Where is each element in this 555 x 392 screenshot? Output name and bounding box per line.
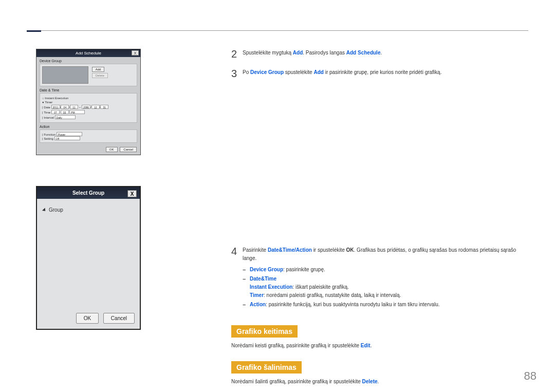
dialog-a-footer: OK Cancel: [36, 144, 140, 155]
dialog-title-bar: Add Schedule X: [36, 49, 140, 57]
action-panel: | Function Power | Setting Off: [40, 129, 137, 143]
time-row: | Time 07:33 PM: [42, 110, 135, 114]
cancel-button[interactable]: Cancel: [103, 313, 135, 324]
list-item: ‒ Device Group: pasirinkite grupę.: [243, 266, 529, 274]
list-item: ‒ Action: pasirinkite funkciją, kuri bus…: [243, 301, 529, 309]
device-group-panel: Add Delete: [40, 64, 137, 86]
dialog-title: Add Schedule: [76, 51, 101, 55]
timer-row: ● Timer: [42, 101, 135, 104]
step-4-sublist: ‒ Device Group: pasirinkite grupę. ‒ Dat…: [243, 266, 529, 309]
year-from[interactable]: 2011: [51, 105, 60, 109]
mon-to[interactable]: 12: [91, 105, 100, 109]
ok-button[interactable]: OK: [76, 313, 99, 324]
close-icon[interactable]: X: [132, 50, 139, 55]
setting-select[interactable]: Off: [54, 136, 80, 140]
header-accent: [27, 30, 41, 32]
day-to[interactable]: 31: [100, 105, 108, 109]
action-label: Action: [40, 125, 137, 128]
dialog-title-bar: Select Group: [37, 187, 140, 199]
add-button[interactable]: Add: [92, 67, 105, 72]
date-time-label: Date & Time: [40, 88, 137, 92]
screenshots-column: Add Schedule X Device Group Add Delete D…: [36, 49, 141, 330]
year-to[interactable]: 2086: [82, 105, 90, 109]
add-schedule-dialog: Add Schedule X Device Group Add Delete D…: [36, 49, 141, 155]
dialog-b-footer: OK Cancel: [73, 313, 135, 324]
instant-execution-row: ○ Instant Execution: [42, 97, 135, 100]
step-body: Spustelėkite mygtuką Add. Pasirodys lang…: [243, 49, 382, 57]
device-group-label: Device Group: [40, 59, 137, 63]
function-select[interactable]: Power: [57, 132, 82, 136]
group-tree[interactable]: Group: [37, 199, 140, 221]
ok-button[interactable]: OK: [106, 147, 118, 152]
dialog-title: Select Group: [72, 190, 104, 196]
heading-edit: Grafiko keitimas: [231, 325, 298, 338]
close-icon[interactable]: X: [127, 190, 137, 197]
interval-select[interactable]: Daily: [55, 115, 76, 119]
step-2: 2 Spustelėkite mygtuką Add. Pasirodys la…: [231, 49, 529, 59]
tree-expand-icon[interactable]: [42, 208, 47, 213]
date-time-panel: ○ Instant Execution ● Timer | Date 2011/…: [40, 93, 137, 123]
date-row: | Date 2011/04/11 ~ 2086/12/31: [42, 105, 135, 109]
step-body: Pasirinkite Date&Time/Action ir spustelė…: [243, 246, 529, 310]
device-group-list[interactable]: [42, 66, 88, 84]
step-4: 4 Pasirinkite Date&Time/Action ir spuste…: [231, 246, 529, 310]
cancel-button[interactable]: Cancel: [120, 147, 137, 152]
group-node[interactable]: Group: [49, 207, 63, 213]
mon-from[interactable]: 04: [61, 105, 69, 109]
step-body: Po Device Group spustelėkite Add ir pasi…: [243, 68, 441, 77]
step-4-block: 4 Pasirinkite Date&Time/Action ir spuste…: [231, 246, 529, 386]
list-item: ‒ Date&Time Instant Execution: iškart pa…: [243, 275, 529, 300]
page-number: 88: [524, 369, 536, 383]
step-number: 3: [231, 68, 243, 79]
interval-row: | Interval Daily: [42, 115, 135, 119]
step-number: 2: [231, 49, 243, 59]
min-input[interactable]: 33: [61, 110, 69, 114]
select-group-dialog: Select Group X Group OK Cancel: [36, 186, 141, 330]
hour-input[interactable]: 07: [51, 110, 60, 114]
header-rule: [27, 30, 528, 31]
delete-body: Norėdami šalinti grafiką, pasirinkite gr…: [231, 378, 529, 386]
step-number: 4: [231, 246, 243, 256]
heading-delete: Grafiko šalinimas: [231, 361, 302, 374]
day-from[interactable]: 11: [70, 105, 78, 109]
delete-button[interactable]: Delete: [92, 73, 108, 78]
edit-body: Norėdami keisti grafiką, pasirinkite gra…: [231, 342, 529, 350]
step-3: 3 Po Device Group spustelėkite Add ir pa…: [231, 68, 529, 79]
instructions-column: 2 Spustelėkite mygtuką Add. Pasirodys la…: [231, 49, 529, 391]
ampm-select[interactable]: PM: [69, 110, 85, 114]
